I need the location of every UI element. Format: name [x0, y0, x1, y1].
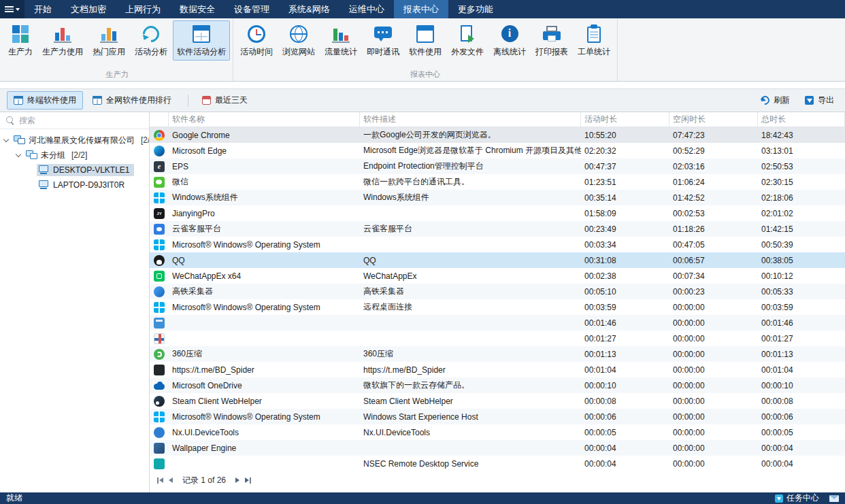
menu-item-7[interactable]: 运维中心 [339, 0, 394, 18]
ribbon-group-2: 活动时间浏览网站流量统计即时通讯软件使用外发文件离线统计打印报表工单统计报表中心 [233, 18, 618, 81]
tree-node-3[interactable]: DESKTOP-VLKTLE1 [0, 163, 149, 178]
view-tab-1[interactable]: 终端软件使用 [7, 91, 83, 110]
software-name-cell: WeChatAppEx x64 [169, 271, 360, 281]
total-duration-cell: 00:50:39 [758, 240, 845, 250]
ribbon-item-2-3[interactable]: 流量统计 [320, 20, 361, 61]
ribbon-item-1-3[interactable]: 热门应用 [88, 20, 129, 61]
tree-node-content: 未分组[2/2] [24, 148, 91, 163]
menu-item-2[interactable]: 文档加密 [61, 0, 116, 18]
table-row[interactable]: Microsoft® Windows® Operating System00:0… [150, 237, 845, 252]
menu-item-5[interactable]: 设备管理 [225, 0, 279, 18]
ribbon-item-2-9[interactable]: 工单统计 [574, 20, 614, 61]
row-icon-cell [150, 130, 169, 141]
ribbon-item-2-1[interactable]: 活动时间 [236, 20, 277, 61]
ribbon-item-label: 生产力 [8, 46, 33, 58]
software-name-cell: Google Chrome [169, 131, 360, 140]
menu-item-4[interactable]: 数据安全 [170, 0, 225, 18]
table-row[interactable]: Microsoft® Windows® Operating System远程桌面… [150, 299, 845, 315]
ribbon-item-label: 热门应用 [93, 46, 125, 58]
table-row[interactable]: 00:01:2700:00:0000:01:27 [150, 331, 845, 346]
ribbon-item-2-5[interactable]: 软件使用 [405, 20, 446, 61]
ribbon-item-1-2[interactable]: 生产力使用 [38, 20, 87, 61]
software-name-cell: Microsoft OneDrive [169, 381, 360, 390]
task-center-button[interactable]: 任务中心 [775, 492, 819, 504]
row-icon-cell [150, 224, 169, 235]
table-row[interactable]: Steam Client WebHelperSteam Client WebHe… [150, 393, 845, 409]
chevron-down-icon[interactable] [3, 136, 9, 141]
ribbon-item-label: 生产力使用 [42, 46, 83, 58]
table-row[interactable]: Wallpaper Engine00:00:0400:00:0000:00:04 [150, 440, 845, 456]
tree-node-1[interactable]: 河北瀚星辰文化传媒有限公司[2/2] [0, 133, 149, 148]
row-icon-cell [150, 349, 169, 360]
table-row[interactable]: NSEC Remote Desktop Service00:00:0400:00… [150, 456, 845, 471]
menu-item-8[interactable]: 报表中心 [394, 0, 448, 18]
table-row[interactable]: Microsoft® Windows® Operating SystemWind… [150, 409, 845, 424]
table-row[interactable]: 微信微信一款跨平台的通讯工具。01:23:5101:06:2402:30:15 [150, 174, 845, 190]
ribbon-item-1-1[interactable]: 生产力 [4, 20, 37, 61]
column-header-1[interactable]: 软件名称 [169, 112, 360, 127]
table-row[interactable]: https://t.me/BD_Spiderhttps://t.me/BD_Sp… [150, 362, 845, 377]
column-header-4[interactable]: 空闲时长 [669, 112, 758, 127]
search-box[interactable] [0, 112, 149, 129]
software-desc-cell: 微软旗下的一款云存储产品。 [360, 380, 581, 391]
column-header-5[interactable]: 总时长 [758, 112, 845, 127]
tree-node-4[interactable]: LAPTOP-D9J3IT0R [0, 178, 149, 192]
mail-icon[interactable] [829, 495, 839, 502]
menu-item-9[interactable]: 更多功能 [448, 0, 503, 18]
work-order-icon [582, 24, 606, 44]
table-row[interactable]: 360压缩360压缩00:01:1300:00:0000:01:13 [150, 346, 845, 362]
view-tab-2[interactable]: 全网软件使用排行 [86, 91, 178, 110]
menu-item-6[interactable]: 系统&网络 [279, 0, 339, 18]
idle-duration-cell: 00:00:00 [669, 381, 758, 390]
ribbon-item-2-4[interactable]: 即时通讯 [363, 20, 403, 61]
date-range-button[interactable]: 最近三天 [198, 92, 252, 109]
table-row[interactable]: JYJianyingPro01:58:0900:02:5302:01:02 [150, 205, 845, 221]
menu-item-1[interactable]: 开始 [24, 0, 61, 18]
next-page-button[interactable] [235, 477, 239, 483]
column-header-3[interactable]: 活动时长 [581, 112, 669, 127]
first-page-button[interactable] [156, 477, 163, 484]
active-duration-cell: 00:00:10 [581, 381, 669, 390]
tree-node-2[interactable]: 未分组[2/2] [0, 148, 149, 163]
table-row[interactable]: 高铁采集器高铁采集器00:05:1000:00:2300:05:33 [150, 284, 845, 299]
windows-icon [154, 239, 165, 250]
prev-page-button[interactable] [169, 477, 173, 483]
chrome-icon [154, 130, 165, 141]
table-row[interactable]: 00:01:4600:00:0000:01:46 [150, 315, 845, 331]
table-row[interactable]: WeChatAppEx x64WeChatAppEx00:02:3800:07:… [150, 268, 845, 284]
table-row[interactable]: Windows系统组件Windows系统组件00:35:1401:42:5202… [150, 190, 845, 205]
idle-duration-cell: 00:52:29 [669, 146, 758, 156]
column-header-2[interactable]: 软件描述 [360, 112, 581, 127]
search-input[interactable] [19, 116, 143, 125]
ribbon-item-2-8[interactable]: 打印报表 [531, 20, 572, 61]
export-button[interactable]: 导出 [801, 92, 838, 109]
ribbon-item-2-7[interactable]: 离线统计 [489, 20, 530, 61]
table-row[interactable]: Microsoft EdgeMicrosoft Edge浏览器是微软基于 Chr… [150, 143, 845, 158]
ribbon-item-2-2[interactable]: 浏览网站 [278, 20, 319, 61]
app-menu-button[interactable] [0, 0, 24, 18]
menu-item-3[interactable]: 上网行为 [116, 0, 170, 18]
active-duration-cell: 00:01:04 [581, 365, 669, 375]
software-name-cell: Microsoft® Windows® Operating System [169, 412, 360, 422]
ribbon-item-2-6[interactable]: 外发文件 [447, 20, 488, 61]
software-name-cell: Wallpaper Engine [169, 443, 360, 453]
ribbon-item-1-5[interactable]: 软件活动分析 [173, 20, 230, 61]
table-row[interactable]: eEPSEndpoint Protection管理控制平台00:47:3702:… [150, 158, 845, 174]
table-row[interactable]: Microsoft OneDrive微软旗下的一款云存储产品。00:00:100… [150, 377, 845, 393]
nsec-icon [154, 458, 165, 469]
ribbon-item-1-4[interactable]: 活动分析 [131, 20, 171, 61]
content-area: 河北瀚星辰文化传媒有限公司[2/2]未分组[2/2]DESKTOP-VLKTLE… [0, 112, 845, 492]
chevron-down-icon[interactable] [16, 151, 21, 156]
active-duration-cell: 10:55:20 [581, 131, 669, 140]
ribbon: 生产力生产力使用热门应用活动分析软件活动分析生产力活动时间浏览网站流量统计即时通… [0, 18, 845, 82]
table-row[interactable]: 云雀客服平台云雀客服平台00:23:4901:18:2601:42:15 [150, 221, 845, 237]
active-duration-cell: 00:01:27 [581, 334, 669, 343]
table-row[interactable]: Nx.UI.DeviceToolsNx.UI.DeviceTools00:00:… [150, 424, 845, 440]
table-row[interactable]: QQQQ00:31:0800:06:5700:38:05 [150, 252, 845, 268]
refresh-button[interactable]: 刷新 [757, 92, 794, 109]
yunque-icon [154, 224, 165, 235]
last-page-button[interactable] [245, 477, 252, 484]
table-row[interactable]: Google Chrome一款Google公司开发的网页浏览器。10:55:20… [150, 127, 845, 143]
tree-node-label: 河北瀚星辰文化传媒有限公司 [29, 135, 135, 146]
row-icon-cell [150, 255, 169, 266]
